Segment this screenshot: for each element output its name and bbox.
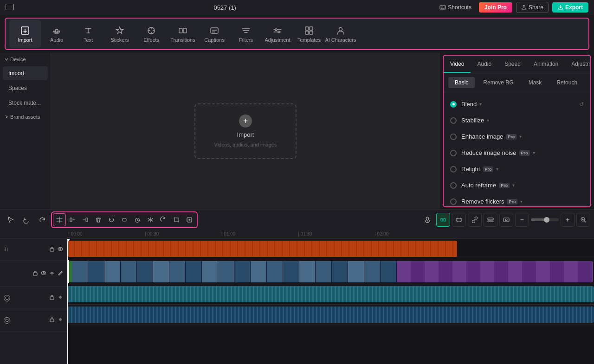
toolbar-effects[interactable]: Effects (136, 20, 167, 48)
mirror-button[interactable] (144, 213, 157, 226)
toolbar-adjustment[interactable]: Adjustment (262, 20, 293, 48)
eye-icon-video[interactable] (41, 270, 46, 277)
auto-reframe-radio[interactable] (450, 182, 457, 189)
export-button[interactable]: Export (552, 2, 588, 13)
sidebar-device-header[interactable]: Device (0, 53, 51, 66)
svg-rect-24 (441, 218, 443, 221)
blend-reset-icon[interactable]: ↺ (579, 101, 584, 108)
option-auto-reframe[interactable]: Auto reframe Pro ▾ (444, 177, 590, 193)
sidebar-brand-assets-header[interactable]: Brand assets (0, 110, 51, 123)
rotate-button[interactable] (157, 213, 170, 226)
tab-speed[interactable]: Speed (498, 56, 527, 73)
option-remove-flickers[interactable]: Remove flickers Pro ▾ (444, 193, 590, 206)
zoom-in-button[interactable] (561, 213, 575, 227)
blend-radio[interactable] (450, 101, 457, 108)
toolbar-stickers[interactable]: Stickers (104, 20, 136, 48)
speed-button[interactable] (131, 213, 144, 226)
lock-icon-audio2[interactable] (49, 317, 55, 324)
option-blend[interactable]: Blend ▾ ↺ (444, 96, 590, 112)
option-enhance-image[interactable]: Enhance image Pro ▾ (444, 128, 590, 145)
relight-radio[interactable] (450, 166, 457, 172)
toolbar-text[interactable]: Text (72, 20, 104, 48)
undo-edit-button[interactable] (105, 213, 118, 226)
svg-rect-32 (50, 249, 54, 251)
sub-tab-mask[interactable]: Mask (522, 77, 549, 88)
lock-icon-text[interactable] (49, 246, 55, 253)
templates-icon (304, 26, 314, 36)
mirror-icon (147, 217, 154, 223)
toolbar-import[interactable]: Import (9, 20, 41, 48)
zoom-slider[interactable] (531, 218, 559, 221)
toolbar-captions[interactable]: Captions (199, 20, 230, 48)
import-drop-zone[interactable]: + Import Videos, audios, and images (194, 103, 297, 159)
redo-edit-button[interactable] (118, 213, 131, 226)
ai-tool-button[interactable] (183, 213, 196, 226)
ruler-mark-0: | 00:00 (68, 231, 115, 236)
option-relight[interactable]: Relight Pro ▾ (444, 161, 590, 177)
crop-button[interactable] (170, 213, 183, 226)
text-track-content: // We'll just render these inline (67, 241, 594, 257)
delete-button[interactable] (92, 213, 105, 226)
enhance-image-radio[interactable] (450, 134, 457, 140)
svg-point-17 (339, 27, 342, 31)
toolbar-transitions[interactable]: Transitions (167, 20, 199, 48)
sub-tab-retouch[interactable]: Retouch (550, 77, 584, 88)
audio-icon-audio1[interactable] (58, 294, 63, 301)
timeline-tracks: TI (0, 239, 594, 364)
undo-button[interactable] (19, 213, 33, 227)
sidebar-item-spaces[interactable]: Spaces (3, 81, 48, 95)
share-button[interactable]: Share (516, 2, 549, 13)
tab-adjustmen[interactable]: Adjustmen (565, 56, 591, 73)
screenshot-button[interactable] (499, 213, 513, 227)
lock-icon-video[interactable] (32, 270, 38, 277)
toolbar-filters[interactable]: Filters (230, 20, 262, 48)
video-thumb (104, 261, 121, 282)
tab-audio[interactable]: Audio (471, 56, 498, 73)
shortcuts-button[interactable]: Shortcuts (436, 2, 475, 13)
toolbar-ai-characters[interactable]: AI Characters (325, 20, 356, 48)
mic-button[interactable] (420, 213, 434, 227)
tab-animation[interactable]: Animation (527, 56, 565, 73)
option-reduce-noise[interactable]: Reduce image noise Pro ▾ (444, 145, 590, 161)
join-pro-button[interactable]: Join Pro (479, 2, 512, 13)
text-track-icon: TI (4, 247, 8, 252)
audio-icon-video[interactable] (49, 270, 55, 277)
redo-button[interactable] (35, 213, 49, 227)
svg-rect-8 (179, 28, 182, 33)
fit-view-button[interactable] (436, 213, 450, 227)
stabilize-radio[interactable] (450, 117, 457, 124)
trim-right-button[interactable] (79, 213, 92, 226)
group-button[interactable] (452, 213, 466, 227)
arrow-tool-button[interactable] (4, 213, 18, 227)
zoom-out-button[interactable] (515, 213, 529, 227)
reduce-noise-arrow: ▾ (533, 150, 535, 155)
sub-tab-remove-bg[interactable]: Remove BG (477, 77, 520, 88)
eye-icon-text[interactable] (58, 246, 63, 253)
toolbar-audio[interactable]: Audio (41, 20, 72, 48)
option-stabilize[interactable]: Stabilize ▾ (444, 112, 590, 128)
chevron-down-icon (5, 57, 8, 61)
sub-tab-basic[interactable]: Basic (448, 77, 475, 88)
split-h-button[interactable] (484, 213, 497, 227)
toolbar-templates[interactable]: Templates (293, 20, 325, 48)
svg-rect-35 (33, 273, 37, 275)
audio-icon-audio2[interactable] (58, 317, 63, 324)
zoom-in-icon (564, 217, 571, 223)
redo-edit-icon (121, 217, 128, 223)
remove-flickers-radio[interactable] (450, 198, 457, 205)
video-thumb (381, 261, 397, 282)
sidebar-item-import[interactable]: Import (3, 66, 48, 80)
track-controls: TI (0, 239, 67, 364)
link-button[interactable] (468, 213, 482, 227)
zoom-add-button[interactable] (576, 213, 590, 227)
pen-icon-video[interactable] (58, 270, 63, 277)
reduce-noise-radio[interactable] (450, 150, 457, 156)
sidebar-item-stock[interactable]: Stock mate... (3, 96, 48, 110)
zoom-slider-thumb[interactable] (544, 217, 549, 223)
split-button[interactable] (53, 213, 66, 226)
svg-rect-25 (444, 218, 446, 221)
trim-left-button[interactable] (66, 213, 79, 226)
track-content-area[interactable]: // We'll just render these inline (67, 239, 594, 364)
lock-icon-audio1[interactable] (49, 294, 55, 301)
tab-video[interactable]: Video (444, 56, 471, 73)
